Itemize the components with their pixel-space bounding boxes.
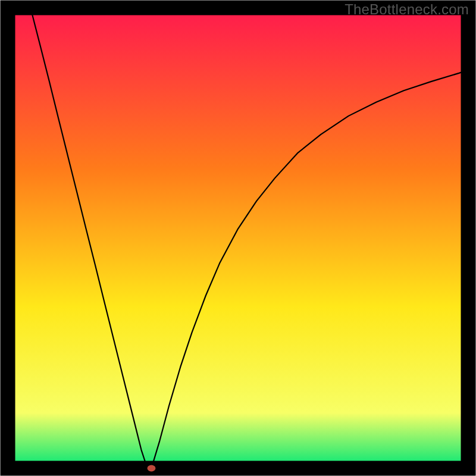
gradient-plot-area	[8, 8, 468, 468]
chart-container: TheBottleneck.com	[0, 0, 476, 476]
bottleneck-curve-chart	[0, 0, 476, 476]
trough-marker	[148, 465, 156, 472]
